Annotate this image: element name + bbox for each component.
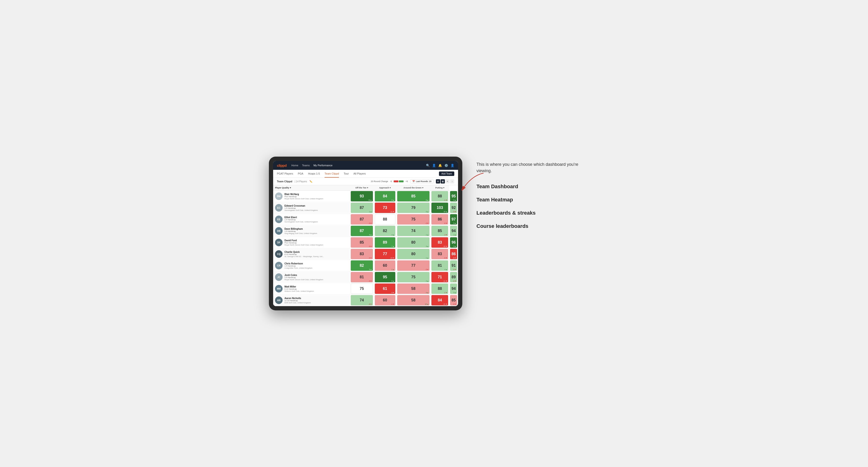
metric-box: 74 1▲	[397, 226, 430, 236]
metric-box: 83 -3▼	[351, 249, 373, 259]
table-row[interactable]: AN Aaron Nicholls 11-15 Handicap Drift G…	[273, 294, 458, 306]
sub-nav: PGAT Players PGA Hcaps 1-5 Team Clippd T…	[273, 170, 458, 178]
metric-box: 82 4▲	[375, 226, 395, 236]
metric-box: 87 4▲	[351, 226, 373, 236]
user-icon[interactable]: 👤	[432, 164, 436, 167]
col-header-putting[interactable]: Putting ▾	[431, 185, 449, 191]
table-row[interactable]: CR Chris Robertson 1-5 Handicap Craigmil…	[273, 260, 458, 272]
metric-change: -3▼	[425, 222, 429, 224]
metric-value: 75	[360, 286, 364, 291]
metric-change: 2▲	[426, 280, 429, 282]
search-icon[interactable]: 🔍	[426, 164, 430, 167]
avatar-icon[interactable]: 👤	[451, 164, 454, 167]
metric-value: 75	[411, 275, 415, 279]
metric-value: 88	[383, 217, 387, 221]
sub-nav-tour[interactable]: Tour	[344, 170, 349, 178]
metric-change: -3▼	[368, 246, 372, 247]
table-row[interactable]: MM Matt Miller 6-10 Handicap Woburn Golf…	[273, 283, 458, 294]
sub-nav-hcaps[interactable]: Hcaps 1-5	[308, 170, 320, 178]
player-name: Chris Robertson	[284, 262, 348, 265]
sub-nav-team-clippd[interactable]: Team Clippd	[324, 170, 339, 178]
top-nav: clippd Home Teams My Performance 🔍 👤 🔔 ⚙…	[273, 161, 458, 170]
player-name: Edward Crossman	[284, 205, 348, 207]
metric-cell: 94 3▲	[449, 283, 458, 294]
nav-teams[interactable]: Teams	[302, 164, 310, 167]
metric-change: -3▼	[453, 269, 456, 270]
table-row[interactable]: EC Edward Crossman 1-5 Handicap Sunningd…	[273, 202, 458, 214]
col-header-around-green[interactable]: Around the Green ▾	[396, 185, 431, 191]
add-team-button[interactable]: Add Team	[439, 172, 454, 176]
metric-cell: 86 -6▼	[431, 214, 449, 225]
table-row[interactable]: BM Blair McHarg Plus Handicap Royal Nort…	[273, 191, 458, 202]
metric-change: 1▲	[369, 211, 372, 213]
metric-cell: 58 10▲	[396, 294, 431, 306]
metric-cell: 83 -10▼	[431, 237, 449, 248]
sort-button[interactable]: ↕	[450, 179, 454, 184]
metric-change: 4▲	[445, 269, 447, 270]
metric-box: 71 -11▼	[431, 272, 448, 282]
metric-value: 74	[411, 229, 415, 233]
metric-cell: 85 -4▼	[449, 294, 458, 306]
table-row[interactable]: DF David Ford Plus Handicap Royal North …	[273, 237, 458, 248]
metric-box: 88 -1▼	[431, 191, 448, 201]
metric-box: 60 2▲	[375, 260, 395, 271]
metric-cell: 86 -8▼	[449, 248, 458, 260]
metric-cell: 87 4▲	[350, 225, 374, 237]
col-header-player[interactable]: Player Quality ▾	[273, 185, 350, 191]
metric-change: -6▼	[444, 257, 447, 259]
heat-red	[394, 181, 398, 182]
heatmap-view-button[interactable]: ▦	[441, 179, 445, 184]
annotation-item: Course leaderboards	[476, 223, 594, 229]
table-row[interactable]: CQ Charlie Quick 6-10 Handicap St. Georg…	[273, 248, 458, 260]
metric-value: 77	[383, 252, 387, 256]
bell-icon[interactable]: 🔔	[438, 164, 442, 167]
metric-value: 86	[452, 252, 456, 256]
settings-icon[interactable]: ⚙️	[444, 164, 448, 167]
player-handicap: Plus Handicap	[284, 242, 348, 244]
metric-box: 81 -3▼	[351, 272, 373, 282]
metric-value: 84	[383, 194, 387, 198]
metric-cell: 84 -21▼	[431, 294, 449, 306]
last-rounds-button[interactable]: 📅 Last Rounds: 20	[410, 179, 434, 184]
metric-cell: 71 -11▼	[431, 272, 449, 283]
metric-change: 8▲	[392, 280, 394, 282]
metric-box: 94 3▲	[450, 283, 457, 294]
player-avatar: DF	[275, 239, 283, 246]
metric-value: 94	[452, 229, 456, 233]
metric-change: 6▲	[392, 199, 394, 201]
nav-home[interactable]: Home	[291, 164, 298, 167]
col-header-off-tee[interactable]: Off the Tee ▾	[350, 185, 374, 191]
table-row[interactable]: EE Elliot Ebert 1-5 Handicap Sunningdale…	[273, 214, 458, 225]
col-header-approach[interactable]: Approach ▾	[374, 185, 396, 191]
nav-my-performance[interactable]: My Performance	[313, 164, 333, 167]
metric-change: +9▲	[368, 199, 372, 201]
metric-change: -3▼	[444, 234, 447, 236]
metric-box: 80 3▲	[397, 237, 430, 248]
player-name: Josh Coles	[284, 274, 348, 276]
table-row[interactable]: DB Dave Billingham 1-5 Handicap Gog Mago…	[273, 225, 458, 237]
metric-value: 103	[437, 206, 443, 210]
table-container: Player Quality ▾ Off the Tee ▾ Approach …	[273, 185, 458, 306]
sub-nav-pgat[interactable]: PGAT Players	[277, 170, 293, 178]
list-view-button[interactable]: ≡	[445, 179, 450, 184]
metric-cell: 88 -1▼	[431, 191, 449, 202]
player-avatar: BM	[275, 192, 283, 200]
metric-cell: 91 -3▼	[449, 260, 458, 272]
metric-box: 77 -3▼	[397, 260, 430, 271]
metric-cell: 95 8▲	[374, 272, 396, 283]
metric-change: 9▲	[426, 211, 429, 213]
sub-nav-all-players[interactable]: All Players	[353, 170, 366, 178]
player-handicap: 1-5 Handicap	[284, 230, 348, 232]
sub-nav-pga[interactable]: PGA	[298, 170, 303, 178]
metric-value: 91	[452, 263, 456, 268]
table-row[interactable]: JC Josh Coles 1-5 Handicap Royal North D…	[273, 272, 458, 283]
metric-change: 4▲	[392, 234, 394, 236]
metric-box: 85 8▲	[397, 191, 430, 201]
metric-box: 95 9▲	[450, 191, 457, 201]
metric-cell: 75 2▲	[396, 272, 431, 283]
metric-value: 73	[383, 206, 387, 210]
metric-value: 89	[383, 240, 387, 245]
edit-icon[interactable]: ✏️	[309, 180, 312, 183]
grid-view-button[interactable]: ⊞	[436, 179, 440, 184]
metric-box: 96 3▲	[450, 237, 457, 248]
